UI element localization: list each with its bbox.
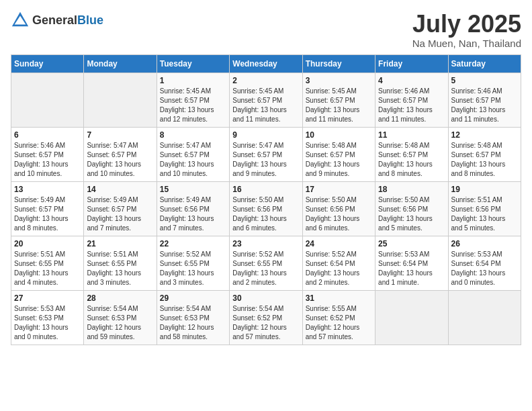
day-info: Sunrise: 5:53 AM Sunset: 6:54 PM Dayligh… [451, 250, 518, 287]
day-info: Sunrise: 5:47 AM Sunset: 6:57 PM Dayligh… [232, 141, 299, 179]
day-number: 20 [14, 239, 81, 248]
day-info: Sunrise: 5:45 AM Sunset: 6:57 PM Dayligh… [232, 87, 299, 124]
location-title: Na Muen, Nan, Thailand [412, 38, 521, 49]
day-number: 10 [306, 130, 372, 140]
day-number: 17 [306, 185, 372, 194]
day-info: Sunrise: 5:50 AM Sunset: 6:56 PM Dayligh… [306, 195, 372, 233]
month-title: July 2025 [412, 11, 521, 38]
calendar-cell: 26Sunrise: 5:53 AM Sunset: 6:54 PM Dayli… [448, 236, 521, 290]
day-info: Sunrise: 5:46 AM Sunset: 6:57 PM Dayligh… [451, 87, 518, 124]
calendar-cell: 9Sunrise: 5:47 AM Sunset: 6:57 PM Daylig… [230, 127, 302, 181]
day-info: Sunrise: 5:52 AM Sunset: 6:54 PM Dayligh… [306, 250, 372, 287]
logo-text-general: General [32, 13, 77, 27]
calendar-cell: 3Sunrise: 5:45 AM Sunset: 6:57 PM Daylig… [302, 73, 375, 127]
day-number: 26 [451, 239, 518, 248]
calendar-cell: 31Sunrise: 5:55 AM Sunset: 6:52 PM Dayli… [302, 290, 375, 345]
day-info: Sunrise: 5:54 AM Sunset: 6:52 PM Dayligh… [232, 304, 299, 342]
day-info: Sunrise: 5:48 AM Sunset: 6:57 PM Dayligh… [306, 141, 372, 179]
day-info: Sunrise: 5:51 AM Sunset: 6:55 PM Dayligh… [14, 250, 81, 287]
day-number: 5 [451, 76, 518, 85]
day-number: 6 [14, 130, 81, 140]
calendar-cell: 12Sunrise: 5:48 AM Sunset: 6:57 PM Dayli… [448, 127, 521, 181]
day-number: 15 [160, 185, 226, 194]
page-header: GeneralBlue July 2025 Na Muen, Nan, Thai… [11, 11, 521, 49]
day-info: Sunrise: 5:51 AM Sunset: 6:55 PM Dayligh… [87, 250, 153, 287]
day-number: 27 [14, 293, 81, 303]
day-number: 25 [378, 239, 445, 248]
day-header-wednesday: Wednesday [230, 54, 302, 73]
day-header-thursday: Thursday [302, 54, 375, 73]
day-info: Sunrise: 5:54 AM Sunset: 6:53 PM Dayligh… [87, 304, 153, 342]
calendar-cell: 21Sunrise: 5:51 AM Sunset: 6:55 PM Dayli… [84, 236, 157, 290]
day-number: 24 [306, 239, 372, 248]
calendar-cell: 1Sunrise: 5:45 AM Sunset: 6:57 PM Daylig… [157, 73, 229, 127]
calendar-cell: 7Sunrise: 5:47 AM Sunset: 6:57 PM Daylig… [84, 127, 157, 181]
calendar-cell: 15Sunrise: 5:49 AM Sunset: 6:56 PM Dayli… [157, 181, 229, 236]
day-info: Sunrise: 5:48 AM Sunset: 6:57 PM Dayligh… [451, 141, 518, 179]
calendar-week-row: 1Sunrise: 5:45 AM Sunset: 6:57 PM Daylig… [11, 73, 521, 127]
calendar-cell: 22Sunrise: 5:52 AM Sunset: 6:55 PM Dayli… [157, 236, 229, 290]
day-number: 12 [451, 130, 518, 140]
day-header-friday: Friday [375, 54, 448, 73]
day-header-tuesday: Tuesday [157, 54, 229, 73]
calendar-week-row: 20Sunrise: 5:51 AM Sunset: 6:55 PM Dayli… [11, 236, 521, 290]
day-info: Sunrise: 5:54 AM Sunset: 6:53 PM Dayligh… [160, 304, 226, 342]
calendar-cell: 24Sunrise: 5:52 AM Sunset: 6:54 PM Dayli… [302, 236, 375, 290]
calendar-cell [375, 290, 448, 345]
calendar-cell: 25Sunrise: 5:53 AM Sunset: 6:54 PM Dayli… [375, 236, 448, 290]
day-number: 11 [378, 130, 445, 140]
day-info: Sunrise: 5:53 AM Sunset: 6:53 PM Dayligh… [14, 304, 81, 342]
calendar-cell: 13Sunrise: 5:49 AM Sunset: 6:57 PM Dayli… [11, 181, 84, 236]
calendar-cell: 18Sunrise: 5:50 AM Sunset: 6:56 PM Dayli… [375, 181, 448, 236]
calendar-cell: 6Sunrise: 5:46 AM Sunset: 6:57 PM Daylig… [11, 127, 84, 181]
day-number: 4 [378, 76, 445, 85]
day-info: Sunrise: 5:46 AM Sunset: 6:57 PM Dayligh… [378, 87, 445, 124]
day-number: 19 [451, 185, 518, 194]
calendar-cell: 16Sunrise: 5:50 AM Sunset: 6:56 PM Dayli… [230, 181, 302, 236]
calendar-cell: 19Sunrise: 5:51 AM Sunset: 6:56 PM Dayli… [448, 181, 521, 236]
calendar-cell: 30Sunrise: 5:54 AM Sunset: 6:52 PM Dayli… [230, 290, 302, 345]
day-number: 31 [306, 293, 372, 303]
calendar-cell: 14Sunrise: 5:49 AM Sunset: 6:57 PM Dayli… [84, 181, 157, 236]
calendar-cell: 29Sunrise: 5:54 AM Sunset: 6:53 PM Dayli… [157, 290, 229, 345]
calendar-cell: 17Sunrise: 5:50 AM Sunset: 6:56 PM Dayli… [302, 181, 375, 236]
calendar-cell: 10Sunrise: 5:48 AM Sunset: 6:57 PM Dayli… [302, 127, 375, 181]
logo-text-blue: Blue [77, 13, 103, 27]
day-header-monday: Monday [84, 54, 157, 73]
day-info: Sunrise: 5:45 AM Sunset: 6:57 PM Dayligh… [160, 87, 226, 124]
calendar-week-row: 6Sunrise: 5:46 AM Sunset: 6:57 PM Daylig… [11, 127, 521, 181]
day-number: 29 [160, 293, 226, 303]
day-info: Sunrise: 5:51 AM Sunset: 6:56 PM Dayligh… [451, 195, 518, 233]
day-number: 3 [306, 76, 372, 85]
day-number: 13 [14, 185, 81, 194]
calendar-cell [11, 73, 84, 127]
day-number: 23 [232, 239, 299, 248]
day-header-sunday: Sunday [11, 54, 84, 73]
day-number: 14 [87, 185, 153, 194]
calendar-cell: 23Sunrise: 5:52 AM Sunset: 6:55 PM Dayli… [230, 236, 302, 290]
title-block: July 2025 Na Muen, Nan, Thailand [412, 11, 521, 49]
calendar-cell: 8Sunrise: 5:47 AM Sunset: 6:57 PM Daylig… [157, 127, 229, 181]
day-info: Sunrise: 5:47 AM Sunset: 6:57 PM Dayligh… [160, 141, 226, 179]
day-number: 21 [87, 239, 153, 248]
calendar-cell: 28Sunrise: 5:54 AM Sunset: 6:53 PM Dayli… [84, 290, 157, 345]
calendar-cell: 5Sunrise: 5:46 AM Sunset: 6:57 PM Daylig… [448, 73, 521, 127]
day-info: Sunrise: 5:45 AM Sunset: 6:57 PM Dayligh… [306, 87, 372, 124]
day-info: Sunrise: 5:52 AM Sunset: 6:55 PM Dayligh… [232, 250, 299, 287]
calendar-cell [84, 73, 157, 127]
logo-icon [11, 11, 30, 30]
calendar-cell: 20Sunrise: 5:51 AM Sunset: 6:55 PM Dayli… [11, 236, 84, 290]
day-number: 22 [160, 239, 226, 248]
day-number: 1 [160, 76, 226, 85]
day-info: Sunrise: 5:50 AM Sunset: 6:56 PM Dayligh… [378, 195, 445, 233]
calendar-header-row: SundayMondayTuesdayWednesdayThursdayFrid… [11, 54, 521, 73]
day-info: Sunrise: 5:49 AM Sunset: 6:56 PM Dayligh… [160, 195, 226, 233]
calendar-cell [448, 290, 521, 345]
calendar-cell: 2Sunrise: 5:45 AM Sunset: 6:57 PM Daylig… [230, 73, 302, 127]
day-number: 16 [232, 185, 299, 194]
day-number: 8 [160, 130, 226, 140]
day-number: 18 [378, 185, 445, 194]
day-info: Sunrise: 5:50 AM Sunset: 6:56 PM Dayligh… [232, 195, 299, 233]
day-number: 2 [232, 76, 299, 85]
calendar-table: SundayMondayTuesdayWednesdayThursdayFrid… [11, 54, 521, 345]
